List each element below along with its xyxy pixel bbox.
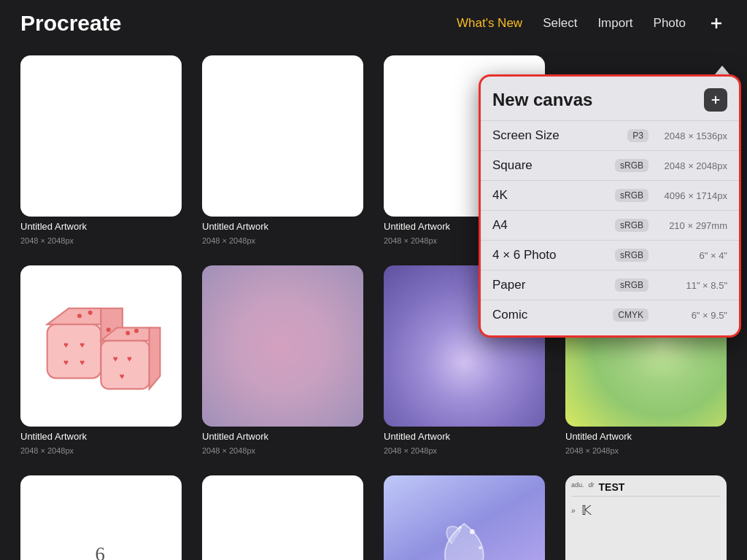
canvas-dimensions: 6" × 9.5" [654,310,727,321]
canvas-option-paper[interactable]: Paper sRGB 11" × 8.5" [481,270,739,300]
artwork-dimensions: 2048 × 2048px [384,446,545,455]
svg-rect-2 [47,324,101,378]
list-item[interactable]: 6 Untitled Artwork 2048 × 2048px [20,475,182,560]
svg-point-9 [77,314,82,318]
canvas-badges: CMYK 6" × 9.5" [613,308,727,322]
svg-point-11 [107,327,111,332]
new-canvas-button[interactable] [706,13,727,34]
canvas-badges: P3 2048 × 1536px [627,129,727,142]
canvas-dimensions: 2048 × 1536px [654,131,727,141]
canvas-option-comic[interactable]: Comic CMYK 6" × 9.5" [481,300,739,330]
artwork-title: Untitled Artwork [20,431,182,442]
color-profile-badge: sRGB [615,249,649,262]
svg-point-24 [470,529,475,534]
artwork-thumbnail: 6 [20,475,182,560]
color-profile-badge: sRGB [615,219,649,232]
artwork-thumbnail [202,55,363,217]
canvas-badges: sRGB 4096 × 1714px [615,189,727,202]
artwork-dimensions: 2048 × 2048px [202,236,363,245]
header-nav: What's New Select Import Photo [457,13,727,34]
new-canvas-panel: New canvas Screen Size P3 2048 × 1536px … [479,74,741,338]
canvas-option-square[interactable]: Square sRGB 2048 × 2048px [481,150,739,180]
artwork-title: Untitled Artwork [384,431,545,442]
svg-marker-16 [150,327,160,389]
svg-text:6: 6 [95,542,104,560]
artwork-dimensions: 2048 × 2048px [202,446,363,455]
artwork-thumbnail [202,475,363,560]
nav-select[interactable]: Select [543,16,577,31]
color-profile-badge: sRGB [615,189,649,202]
canvas-option-screen-size[interactable]: Screen Size P3 2048 × 1536px [481,120,739,150]
svg-point-20 [125,331,130,335]
nav-photo[interactable]: Photo [654,16,686,31]
canvas-dimensions: 6" × 4" [654,250,727,261]
artwork-dimensions: 2048 × 2048px [565,446,727,455]
list-item[interactable]: ♥ ♥ ♥ ♥ ♥ ♥ [20,265,182,455]
add-custom-canvas-button[interactable] [704,88,727,112]
canvas-option-4k[interactable]: 4K sRGB 4096 × 1714px [481,180,739,210]
svg-point-26 [459,526,462,529]
svg-rect-14 [101,341,149,389]
canvas-dimensions: 2048 × 2048px [654,160,727,171]
svg-text:♥: ♥ [80,340,85,349]
list-item[interactable]: Untitled Artwork 2048 × 2048px [202,55,363,245]
list-item[interactable]: Untitled Artwork 2048 × 2048px [202,265,363,455]
svg-marker-3 [47,308,101,324]
app-header: Procreate What's New Select Import Photo [0,0,747,47]
svg-text:♥: ♥ [80,357,85,367]
artwork-title: Untitled Artwork [202,221,363,232]
svg-point-21 [134,329,139,333]
canvas-option-a4[interactable]: A4 sRGB 210 × 297mm [481,210,739,240]
svg-text:♥: ♥ [120,371,125,381]
svg-text:♥: ♥ [127,354,132,364]
color-profile-badge: sRGB [615,159,649,172]
canvas-option-4x6photo[interactable]: 4 × 6 Photo sRGB 6" × 4" [481,240,739,270]
canvas-badges: sRGB 2048 × 2048px [615,159,727,172]
svg-text:♥: ♥ [113,354,118,364]
canvas-dimensions: 4096 × 1714px [654,190,727,201]
svg-point-10 [88,311,93,315]
color-profile-badge: P3 [627,129,649,142]
svg-text:♥: ♥ [63,340,69,349]
canvas-dimensions: 11" × 8.5" [654,280,727,291]
artwork-thumbnail [20,55,182,217]
new-canvas-header: New canvas [481,88,739,120]
list-item[interactable]: adu.drTEST »𝕂 Untitled Artwork 2048 × 20… [565,475,727,560]
new-canvas-dropdown: New canvas Screen Size P3 2048 × 1536px … [479,66,741,338]
svg-text:♥: ♥ [63,357,69,367]
list-item[interactable]: Untitled Artwork 2048 × 2048px [384,475,545,560]
artwork-thumbnail: adu.drTEST »𝕂 [565,475,727,560]
artwork-title: Untitled Artwork [565,431,727,442]
list-item[interactable]: Untitled Artwork 2048 × 2048px [202,475,363,560]
artwork-dimensions: 2048 × 2048px [20,236,182,245]
color-profile-badge: CMYK [613,308,649,322]
artwork-thumbnail: ♥ ♥ ♥ ♥ ♥ ♥ [20,265,182,427]
artwork-title: Untitled Artwork [202,431,363,442]
canvas-badges: sRGB 210 × 297mm [615,219,727,232]
canvas-badges: sRGB 6" × 4" [615,249,727,262]
artwork-dimensions: 2048 × 2048px [20,446,182,455]
artwork-thumbnail [384,475,545,560]
nav-import[interactable]: Import [597,16,632,31]
list-item[interactable]: Untitled Artwork 2048 × 2048px [20,55,182,245]
artwork-title: Untitled Artwork [20,221,182,232]
canvas-dimensions: 210 × 297mm [654,220,727,231]
color-profile-badge: sRGB [615,279,649,292]
dropdown-arrow [715,66,729,74]
new-canvas-title: New canvas [492,90,592,110]
nav-whats-new[interactable]: What's New [457,16,522,31]
app-title: Procreate [20,11,121,36]
canvas-badges: sRGB 11" × 8.5" [615,279,727,292]
svg-point-25 [479,546,481,549]
artwork-thumbnail [202,265,363,427]
